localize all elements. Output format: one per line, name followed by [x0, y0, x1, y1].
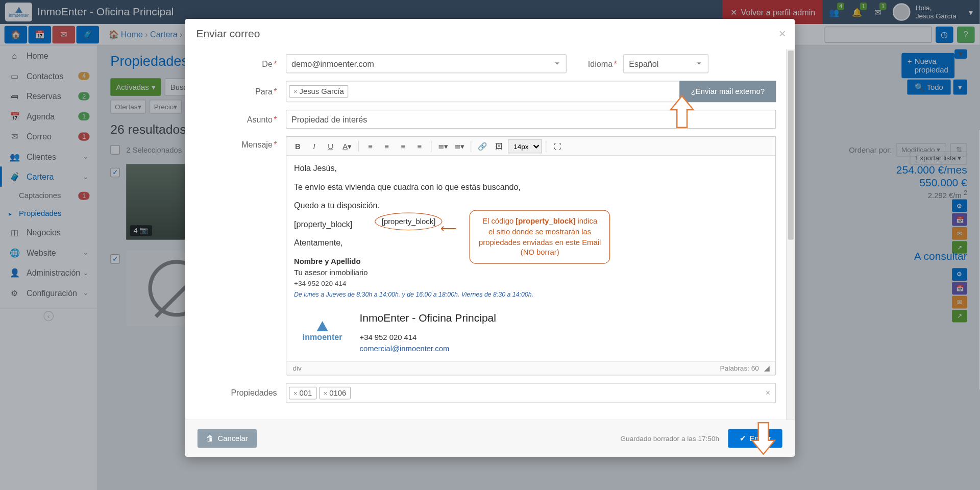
align-right-button[interactable]: ≡	[396, 139, 411, 153]
image-button[interactable]: 🖼	[492, 139, 507, 153]
editor-content[interactable]: Hola Jesús, Te envío esta vivienda que c…	[286, 156, 775, 360]
modal-scrollbar[interactable]	[786, 49, 795, 419]
ordered-list-button[interactable]: ≣▾	[435, 139, 451, 153]
italic-button[interactable]: I	[307, 139, 322, 153]
annotation-callout: El código [property_block] indica el sit…	[470, 210, 610, 264]
editor-statusbar: div Palabras: 60 ◢	[286, 360, 775, 374]
modal-footer: 🗑 Cancelar Guardado borrador a las 17:50…	[185, 419, 795, 456]
property-chip[interactable]: 0106	[319, 386, 351, 399]
align-center-button[interactable]: ≡	[379, 139, 395, 153]
signature-logo: inmoenter	[294, 321, 351, 344]
fullscreen-button[interactable]: ⛶	[550, 139, 566, 153]
subject-input[interactable]	[286, 110, 776, 129]
annotation-bubble: [property_block]	[375, 213, 443, 231]
align-left-button[interactable]: ≡	[363, 139, 378, 153]
underline-button[interactable]: U	[323, 139, 338, 153]
editor-toolbar: B I U A▾ ≡ ≡ ≡ ≡ ≣▾ ≣▾ 🔗 🖼 14px	[286, 137, 775, 156]
annotation-up-arrow-icon	[668, 94, 696, 130]
modal-close-button[interactable]: ×	[779, 27, 786, 41]
annotation-arrow-icon: ⟵	[440, 220, 457, 237]
check-icon: ✔	[740, 434, 746, 443]
font-size-select[interactable]: 14px	[508, 139, 542, 153]
language-select[interactable]: Español	[623, 54, 708, 73]
annotation-down-arrow-icon	[749, 420, 777, 455]
font-color-button[interactable]: A▾	[339, 139, 355, 153]
bold-button[interactable]: B	[290, 139, 306, 153]
align-justify-button[interactable]: ≡	[412, 139, 427, 153]
modal-header: Enviar correo ×	[185, 19, 795, 49]
from-select[interactable]: demo@inmoenter.com	[286, 54, 567, 73]
recipient-chip[interactable]: Jesus García	[289, 85, 348, 98]
property-chip[interactable]: 001	[289, 386, 316, 399]
link-button[interactable]: 🔗	[475, 139, 491, 153]
draft-saved-label: Guardado borrador a las 17:50h	[621, 434, 720, 442]
send-email-modal: Enviar correo × De* demo@inmoenter.com I…	[185, 19, 795, 456]
resize-handle-icon[interactable]: ◢	[764, 364, 769, 372]
properties-field[interactable]: 001 0106 ×	[286, 383, 776, 403]
message-editor: B I U A▾ ≡ ≡ ≡ ≡ ≣▾ ≣▾ 🔗 🖼 14px	[286, 136, 776, 375]
to-field[interactable]: Jesus García	[286, 81, 680, 102]
unordered-list-button[interactable]: ≣▾	[452, 139, 467, 153]
modal-title: Enviar correo	[196, 28, 260, 39]
cancel-button[interactable]: 🗑 Cancelar	[198, 429, 257, 448]
clear-properties-button[interactable]: ×	[766, 388, 770, 398]
trash-icon: 🗑	[206, 434, 214, 443]
